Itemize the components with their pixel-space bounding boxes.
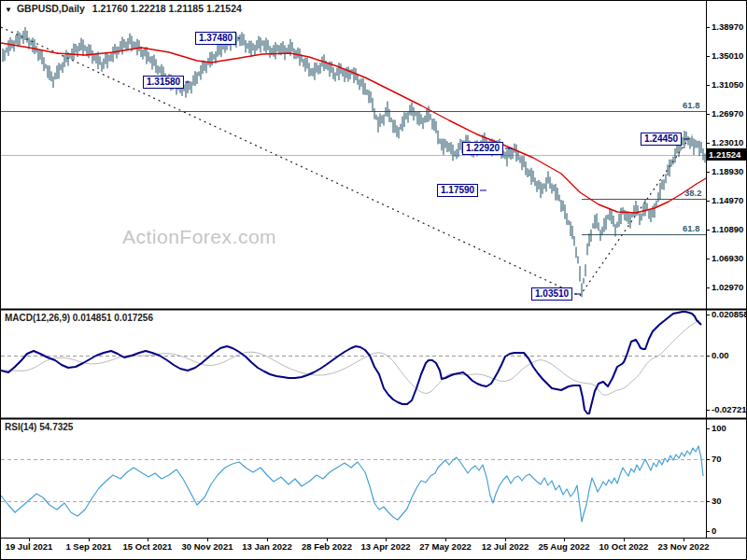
- x-axis-label: 23 Nov 2022: [655, 541, 712, 552]
- price-axis-label: 1.06930: [712, 253, 743, 263]
- symbol-dropdown-icon[interactable]: ▼: [5, 6, 12, 14]
- rsi-axis-label: 30: [712, 496, 722, 506]
- x-axis-label: 25 Aug 2022: [536, 541, 592, 552]
- x-axis-label: 1 Sep 2021: [61, 541, 117, 552]
- watermark: ActionForex.com: [122, 226, 276, 248]
- macd-indicator-header: MACD(12,26,9) 0.014851 0.017256: [5, 313, 153, 323]
- x-axis-label: 12 Jul 2022: [477, 541, 533, 552]
- price-flag: 1.37480: [195, 32, 236, 45]
- symbol-period-label: GBPUSD,Daily: [17, 3, 85, 14]
- macd-axis-label: -0.027213: [712, 404, 747, 414]
- price-flag: 1.17590: [437, 184, 478, 197]
- x-axis-label: 13 Apr 2022: [358, 541, 414, 552]
- price-axis-label: 1.18930: [712, 166, 743, 176]
- fib-level-label: 38.2: [684, 188, 702, 198]
- rsi-axis-label: 0: [712, 525, 716, 536]
- price-axis-label: 1.31050: [712, 79, 743, 90]
- price-axis-label: 1.10890: [712, 224, 743, 234]
- x-axis-label: 27 May 2022: [417, 541, 473, 552]
- price-flag: 1.24450: [641, 133, 682, 146]
- chart-canvas[interactable]: [1, 1, 747, 560]
- x-axis-label: 13 Jan 2022: [239, 541, 295, 552]
- x-axis-label: 19 Jul 2021: [1, 541, 57, 552]
- rsi-line: [1, 446, 703, 522]
- price-axis-label: 1.23010: [712, 137, 743, 147]
- x-axis-label: 28 Feb 2022: [299, 541, 355, 552]
- chart-title: ▼GBPUSD,Daily1.21760 1.22218 1.21185 1.2…: [5, 3, 242, 14]
- macd-axis-label: 0.020858: [712, 309, 747, 319]
- trading-chart-window: ▼GBPUSD,Daily1.21760 1.22218 1.21185 1.2…: [0, 0, 747, 560]
- rsi-axis-label: 100: [712, 423, 726, 433]
- price-flag: 1.03510: [531, 287, 572, 301]
- price-flag: 1.31580: [143, 76, 184, 89]
- x-axis-label: 30 Nov 2021: [179, 541, 235, 552]
- rsi-indicator-header: RSI(14) 54.7325: [5, 422, 73, 432]
- price-flag: 1.22920: [462, 142, 503, 155]
- price-axis-label: 1.38970: [712, 21, 743, 32]
- fib-level-label: 61.8: [683, 223, 700, 233]
- macd-axis-label: 0.00: [712, 350, 729, 360]
- price-axis-label: 1.35010: [712, 50, 743, 61]
- fib-level-label: 61.8: [683, 100, 700, 110]
- ohlc-values: 1.21760 1.22218 1.21185 1.21524: [92, 3, 242, 14]
- x-axis-label: 10 Oct 2022: [596, 541, 652, 552]
- x-axis-label: 15 Oct 2021: [120, 541, 176, 552]
- price-axis-label: 1.26970: [712, 108, 743, 119]
- price-axis-label: 1.14970: [712, 195, 743, 205]
- macd-line: [1, 312, 701, 413]
- current-price-tag: 1.21524: [707, 148, 747, 161]
- price-axis-label: 1.02970: [712, 282, 743, 292]
- rsi-axis-label: 70: [712, 454, 722, 464]
